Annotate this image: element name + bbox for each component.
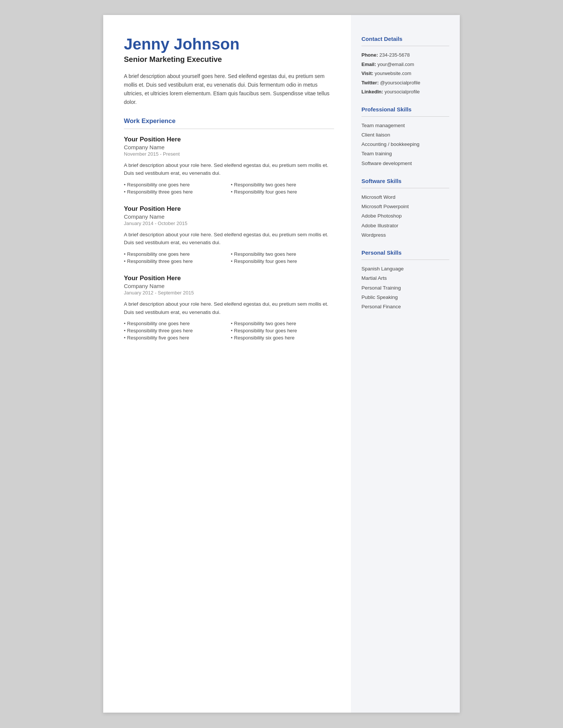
email-value: your@email.com (378, 62, 414, 67)
list-item: Adobe Illustrator (361, 222, 449, 230)
visit-value: yourwebsite.com (375, 71, 411, 76)
list-item: Responsibility five goes here (124, 335, 227, 341)
job-3-dates: January 2012 - September 2015 (124, 290, 334, 296)
linkedin-label: LinkedIn: (361, 89, 383, 95)
list-item: Responsibility three goes here (124, 189, 227, 195)
bio-text: A brief description about yourself goes … (124, 72, 334, 107)
contact-section: Contact Details Phone: 234-235-5678 Emai… (361, 36, 449, 96)
list-item: Responsibility four goes here (231, 189, 334, 195)
phone-value: 234-235-5678 (379, 52, 410, 58)
visit-label: Visit: (361, 71, 373, 76)
personal-skills-section: Personal Skills Spanish Language Martial… (361, 249, 449, 311)
resume-page: Jenny Johnson Senior Marketing Executive… (103, 15, 460, 713)
job-block-1: Your Position Here Company Name November… (124, 136, 334, 195)
list-item: Personal Training (361, 284, 449, 292)
job-2-position: Your Position Here (124, 205, 334, 213)
job-3-description: A brief description about your role here… (124, 300, 334, 316)
job-2-responsibilities: Responsibility one goes here Responsibil… (124, 251, 334, 264)
list-item: Responsibility one goes here (124, 182, 227, 188)
list-item: Wordpress (361, 231, 449, 239)
job-1-dates: November 2015 - Present (124, 151, 334, 157)
contact-divider (361, 46, 449, 46)
list-item: Team management (361, 122, 449, 129)
list-item: Responsibility six goes here (231, 335, 334, 341)
list-item: Spanish Language (361, 265, 449, 273)
list-item: Responsibility two goes here (231, 182, 334, 188)
candidate-name: Jenny Johnson (124, 36, 334, 53)
job-2-dates: January 2014 - October 2015 (124, 221, 334, 226)
list-item: Software development (361, 160, 449, 167)
software-skills-divider (361, 188, 449, 188)
list-item: Responsibility four goes here (231, 258, 334, 264)
job-1-responsibilities: Responsibility one goes here Responsibil… (124, 182, 334, 195)
right-column: Contact Details Phone: 234-235-5678 Emai… (351, 15, 460, 713)
list-item: Microsoft Powerpoint (361, 203, 449, 210)
phone-label: Phone: (361, 52, 378, 58)
visit-item: Visit: yourwebsite.com (361, 70, 449, 77)
job-3-position: Your Position Here (124, 275, 334, 282)
candidate-title: Senior Marketing Executive (124, 55, 334, 64)
professional-skills-heading: Professional Skills (361, 106, 449, 113)
list-item: Responsibility two goes here (231, 321, 334, 326)
job-3-responsibilities: Responsibility one goes here Responsibil… (124, 321, 334, 341)
personal-skills-divider (361, 260, 449, 260)
list-item: Responsibility four goes here (231, 328, 334, 333)
list-item: Client liaison (361, 131, 449, 139)
list-item: Personal Finance (361, 303, 449, 311)
job-2-description: A brief description about your role here… (124, 231, 334, 247)
twitter-item: Twitter: @yoursocialprofile (361, 79, 449, 87)
list-item: Responsibility three goes here (124, 258, 227, 264)
job-1-company: Company Name (124, 144, 334, 150)
job-block-3: Your Position Here Company Name January … (124, 275, 334, 341)
twitter-value: @yoursocialprofile (380, 80, 420, 86)
email-label: Email: (361, 62, 376, 67)
phone-item: Phone: 234-235-5678 (361, 51, 449, 59)
list-item: Responsibility one goes here (124, 321, 227, 326)
list-item: Responsibility one goes here (124, 251, 227, 257)
email-item: Email: your@email.com (361, 61, 449, 68)
linkedin-value: yoursocialprofile (384, 89, 420, 95)
list-item: Responsibility three goes here (124, 328, 227, 333)
twitter-label: Twitter: (361, 80, 379, 86)
job-block-2: Your Position Here Company Name January … (124, 205, 334, 264)
list-item: Accounting / bookkeeping (361, 141, 449, 148)
list-item: Microsoft Word (361, 194, 449, 201)
software-skills-heading: Software Skills (361, 178, 449, 184)
contact-details-heading: Contact Details (361, 36, 449, 42)
job-2-company: Company Name (124, 213, 334, 220)
left-column: Jenny Johnson Senior Marketing Executive… (103, 15, 351, 713)
job-1-position: Your Position Here (124, 136, 334, 143)
professional-skills-section: Professional Skills Team management Clie… (361, 106, 449, 167)
personal-skills-heading: Personal Skills (361, 249, 449, 256)
list-item: Martial Arts (361, 275, 449, 282)
software-skills-section: Software Skills Microsoft Word Microsoft… (361, 178, 449, 239)
list-item: Team training (361, 150, 449, 158)
work-experience-divider (124, 129, 334, 129)
linkedin-item: LinkedIn: yoursocialprofile (361, 88, 449, 96)
work-experience-heading: Work Experience (124, 117, 334, 125)
list-item: Responsibility two goes here (231, 251, 334, 257)
list-item: Adobe Photoshop (361, 212, 449, 220)
list-item: Public Speaking (361, 294, 449, 301)
professional-skills-divider (361, 116, 449, 117)
job-1-description: A brief description about your role here… (124, 161, 334, 177)
job-3-company: Company Name (124, 283, 334, 289)
